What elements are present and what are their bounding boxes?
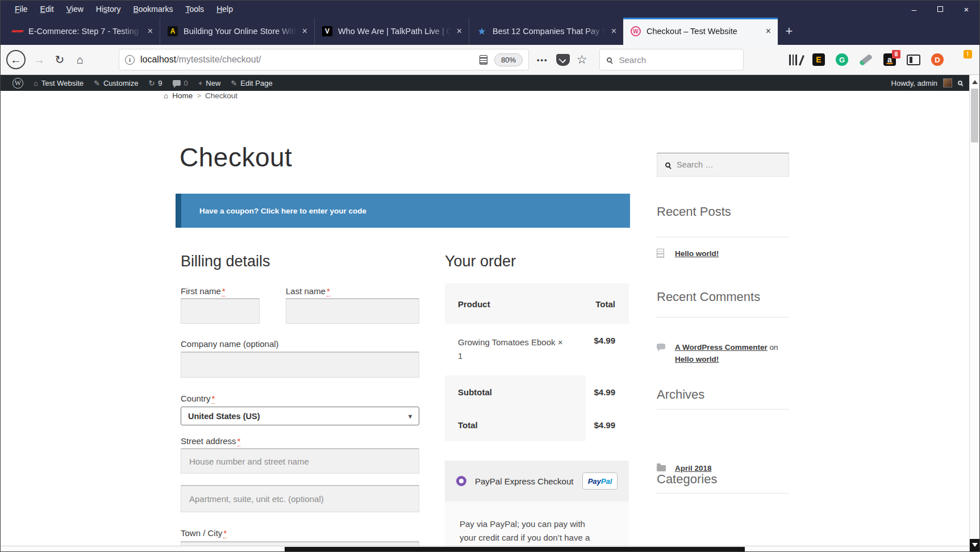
library-icon[interactable] (789, 55, 802, 65)
wp-edit-page-link[interactable]: ✎Edit Page (226, 75, 277, 91)
order-table: Product Total Growing Tomatoes Ebook ×1 … (445, 283, 629, 441)
wp-updates-link[interactable]: ↻9 (143, 75, 167, 91)
wp-site-menu[interactable]: ⌂Test Website (28, 75, 89, 91)
commented-post-link[interactable]: Hello world! (675, 355, 719, 363)
tab-talkpath[interactable]: V Who We Are | TalkPath Live | O × (314, 18, 469, 45)
browser-window: File Edit View History Bookmarks Tools H… (0, 0, 980, 552)
post-link[interactable]: Hello world! (675, 249, 719, 258)
close-tab-icon[interactable]: × (609, 26, 619, 36)
zoom-level-indicator[interactable]: 80% (494, 53, 523, 66)
street-address-label: Street address* (181, 436, 240, 446)
menu-edit[interactable]: Edit (34, 5, 60, 14)
search-bar[interactable]: Search (599, 49, 744, 70)
bookmark-star-icon[interactable]: ☆ (577, 53, 587, 66)
payment-description: Pay via PayPal; you can pay with your cr… (445, 501, 615, 546)
street-address2-field[interactable] (181, 485, 419, 512)
divider (657, 409, 789, 409)
breadcrumb-home-link[interactable]: Home (172, 91, 193, 100)
commenter-link[interactable]: A WordPress Commenter (675, 343, 768, 352)
grammarly-extension-icon[interactable]: G (836, 53, 848, 66)
recent-posts-heading: Recent Posts (657, 204, 731, 219)
minimize-button[interactable]: – (901, 1, 927, 18)
order-item-row: Growing Tomatoes Ebook ×1 $4.99 (445, 324, 629, 375)
search-icon (665, 162, 670, 168)
wp-comments-link[interactable]: 0 (168, 75, 193, 91)
disconnect-extension-icon[interactable]: D (931, 53, 944, 66)
product-column-header: Product (445, 299, 586, 309)
sidebar-toggle-icon[interactable] (907, 55, 920, 65)
menu-tools[interactable]: Tools (179, 5, 210, 14)
vertical-scroll-thumb[interactable] (971, 89, 978, 143)
menu-bookmarks[interactable]: Bookmarks (127, 5, 179, 14)
hamburger-menu-icon[interactable]: ! (954, 55, 967, 64)
close-tab-icon[interactable]: × (764, 26, 773, 36)
recent-comment-item: A WordPress Commenter on Hello world! (657, 341, 793, 365)
url-text: localhost/mytestsite/checkout/ (140, 55, 261, 65)
tab-ecommerce[interactable]: E-Commerce: Step 7 - Testing y × (5, 18, 160, 45)
breadcrumb-home-icon: ⌂ (164, 91, 168, 100)
new-tab-button[interactable]: + (778, 18, 800, 45)
sidebar-search-input[interactable]: Search … (657, 153, 789, 177)
alert-badge: ! (964, 50, 972, 58)
talkpath-v-icon: V (322, 26, 332, 36)
page-actions-icon[interactable]: ••• (537, 56, 548, 64)
town-city-field[interactable] (181, 541, 419, 546)
chevron-down-icon: ▾ (408, 412, 412, 420)
maximize-icon (937, 6, 943, 12)
wp-new-menu[interactable]: +New (193, 75, 226, 91)
red-stripes-icon (12, 26, 23, 37)
last-name-field[interactable] (286, 298, 419, 324)
total-row: Total $4.99 (445, 408, 629, 441)
total-label: Total (445, 408, 586, 441)
last-name-label: Last name* (286, 286, 330, 296)
amazon-assistant-icon[interactable]: a8 (883, 53, 896, 66)
close-tab-icon[interactable]: × (454, 26, 464, 36)
wp-logo-menu[interactable]: W (7, 75, 28, 91)
subtotal-row: Subtotal $4.99 (445, 375, 629, 408)
menu-help[interactable]: Help (210, 5, 239, 14)
tab-checkout-active[interactable]: W Checkout – Test Website × (623, 18, 778, 45)
required-mark: * (222, 286, 226, 296)
honey-extension-icon[interactable]: E (812, 53, 825, 66)
horizontal-scrollbar[interactable] (1, 546, 969, 551)
avatar[interactable] (943, 78, 952, 87)
menu-history[interactable]: History (90, 5, 127, 14)
maximize-button[interactable] (927, 1, 953, 18)
forward-button[interactable]: → (29, 49, 49, 70)
country-select[interactable]: United States (US) ▾ (181, 407, 419, 425)
total-value: $4.99 (586, 420, 629, 430)
company-field[interactable] (181, 352, 419, 378)
url-bar[interactable]: i localhost/mytestsite/checkout/ 80% (119, 49, 529, 70)
reader-mode-icon[interactable] (479, 55, 487, 65)
recent-post-item: Hello world! (657, 248, 793, 260)
archive-link[interactable]: April 2018 (675, 464, 712, 472)
horizontal-scroll-thumb[interactable] (285, 547, 745, 552)
menu-view[interactable]: View (60, 5, 90, 14)
first-name-field[interactable] (181, 298, 260, 324)
tab-best-companies[interactable]: ★ Best 12 Companies That Pay Yo × (469, 18, 623, 45)
home-button[interactable]: ⌂ (70, 49, 90, 70)
paypal-payment-option[interactable]: PayPal Express Checkout PayPal (445, 461, 629, 501)
site-info-icon[interactable]: i (125, 55, 135, 65)
wp-howdy-menu[interactable]: Howdy, admin (891, 79, 937, 87)
sidebar-search-placeholder: Search … (677, 160, 713, 169)
vertical-scrollbar[interactable] (969, 75, 979, 551)
close-window-button[interactable]: × (953, 1, 979, 18)
coupon-banner[interactable]: Have a coupon? Click here to enter your … (176, 194, 630, 228)
wp-search-icon[interactable] (958, 81, 962, 85)
close-tab-icon[interactable]: × (300, 26, 310, 36)
order-item-name: Growing Tomatoes Ebook ×1 (445, 336, 586, 363)
reload-button[interactable]: ↻ (49, 49, 70, 70)
back-button[interactable]: ← (6, 50, 26, 69)
radio-selected-icon[interactable] (456, 476, 466, 486)
pocket-icon[interactable] (556, 54, 570, 66)
tab-online-store[interactable]: A Building Your Online Store With × (160, 18, 314, 45)
wp-customize-link[interactable]: ✎Customize (89, 75, 143, 91)
subtotal-label: Subtotal (445, 375, 586, 408)
highlighter-extension-icon[interactable] (859, 53, 873, 66)
scroll-up-icon[interactable] (970, 77, 979, 86)
scroll-down-icon[interactable] (970, 539, 979, 551)
street-address-field[interactable] (181, 448, 419, 474)
close-tab-icon[interactable]: × (145, 26, 155, 36)
menu-file[interactable]: File (9, 5, 34, 14)
